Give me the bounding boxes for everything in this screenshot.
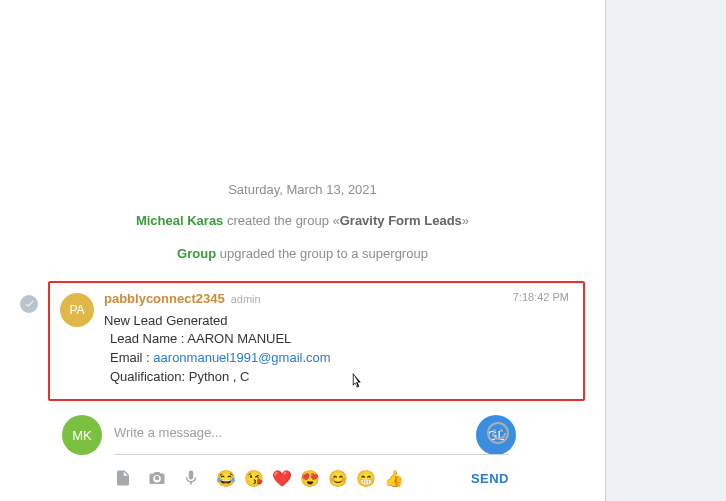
attach-file-icon[interactable] (114, 469, 132, 487)
email-label: Email : (110, 350, 153, 365)
creator-name: Micheal Karas (136, 213, 223, 228)
composer (114, 411, 509, 455)
emoji-heart-eyes[interactable]: 😍 (300, 469, 320, 488)
lead-name-value: AARON MANUEL (187, 331, 291, 346)
system-group-upgraded: Group upgraded the group to a supergroup (20, 246, 585, 261)
sender-avatar[interactable]: PA (60, 293, 94, 327)
emoji-kiss[interactable]: 😘 (244, 469, 264, 488)
upgraded-text: upgraded the group to a supergroup (216, 246, 428, 261)
message-input[interactable] (114, 425, 487, 440)
sender-name[interactable]: pabblyconnect2345 (104, 291, 225, 306)
message-bubble[interactable]: PA pabblyconnect2345 admin 7:18:42 PM Ne… (48, 281, 585, 401)
message-timestamp: 7:18:42 PM (513, 291, 569, 303)
composer-toolbar: 😂 😘 ❤️ 😍 😊 😁 👍 SEND (114, 455, 509, 495)
composer-area: MK GL 😂 😘 ❤️ 😍 (0, 411, 605, 501)
read-check-icon (20, 295, 38, 313)
message-row: PA pabblyconnect2345 admin 7:18:42 PM Ne… (20, 281, 585, 401)
right-sidebar (605, 0, 726, 501)
emoji-smile[interactable]: 😊 (328, 469, 348, 488)
camera-icon[interactable] (148, 469, 166, 487)
group-label: Group (177, 246, 216, 261)
emoji-joy[interactable]: 😂 (216, 469, 236, 488)
message-list: Saturday, March 13, 2021 Micheal Karas c… (0, 0, 605, 411)
qual-label: Qualification: (110, 369, 189, 384)
created-text: created the group « (223, 213, 339, 228)
message-content: pabblyconnect2345 admin 7:18:42 PM New L… (104, 291, 573, 387)
self-avatar[interactable]: MK (62, 415, 102, 455)
body-line-qual: Qualification: Python , C (104, 368, 573, 387)
emoji-thumbs-up[interactable]: 👍 (384, 469, 404, 488)
email-link[interactable]: aaronmanuel1991@gmail.com (153, 350, 330, 365)
send-button[interactable]: SEND (471, 471, 509, 486)
lead-name-label: Lead Name : (110, 331, 187, 346)
admin-badge: admin (231, 293, 261, 305)
qual-value: Python , C (189, 369, 250, 384)
emoji-heart[interactable]: ❤️ (272, 469, 292, 488)
message-header: pabblyconnect2345 admin (104, 291, 573, 306)
emoji-picker-icon[interactable] (487, 422, 509, 444)
quick-emoji-row: 😂 😘 ❤️ 😍 😊 😁 👍 (216, 469, 404, 488)
created-close: » (462, 213, 469, 228)
app-root: Saturday, March 13, 2021 Micheal Karas c… (0, 0, 726, 501)
group-name: Gravity Form Leads (340, 213, 462, 228)
microphone-icon[interactable] (182, 469, 200, 487)
body-line-name: Lead Name : AARON MANUEL (104, 330, 573, 349)
date-separator: Saturday, March 13, 2021 (20, 182, 585, 197)
message-body: New Lead Generated Lead Name : AARON MAN… (104, 312, 573, 387)
system-group-created: Micheal Karas created the group «Gravity… (20, 213, 585, 228)
body-line-email: Email : aaronmanuel1991@gmail.com (104, 349, 573, 368)
emoji-grin[interactable]: 😁 (356, 469, 376, 488)
body-line-title: New Lead Generated (104, 312, 573, 331)
chat-panel: Saturday, March 13, 2021 Micheal Karas c… (0, 0, 605, 501)
